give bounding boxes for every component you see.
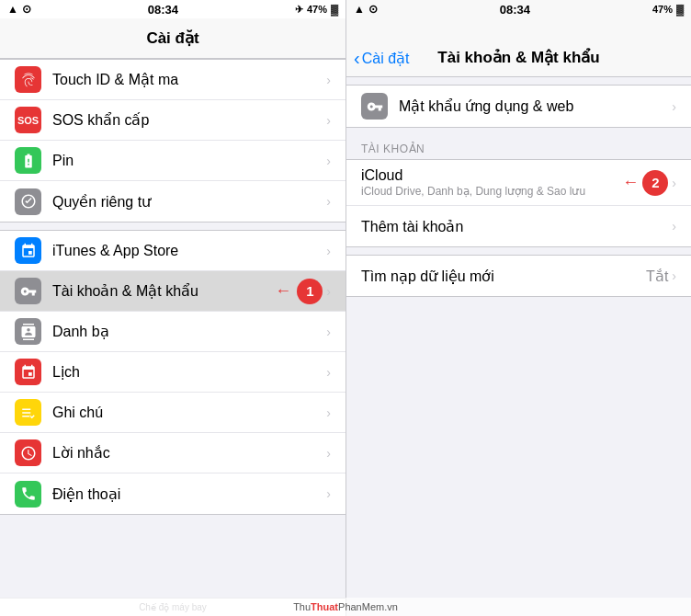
settings-item-phone[interactable]: Điện thoại › (0, 473, 346, 514)
right-icloud-label: iCloud (361, 167, 622, 184)
right-icloud-sublabel: iCloud Drive, Danh bạ, Dung lượng & Sao … (361, 185, 622, 198)
divider-1 (0, 222, 346, 230)
pin-chevron: › (326, 154, 331, 168)
settings-item-calendar[interactable]: Lịch › (0, 352, 346, 393)
right-battery-area: 47% ▓ (652, 4, 684, 15)
watermark: ThuThuatPhanMem.vn (0, 598, 691, 616)
notes-chevron: › (326, 405, 331, 420)
settings-item-itunes[interactable]: iTunes & App Store › (0, 231, 346, 271)
left-panel: ▲ ⊙ 08:34 ✈ 47% ▓ Cài đặt Touch ID & Mật… (0, 0, 346, 616)
touch-id-icon (15, 66, 41, 93)
settings-item-pin[interactable]: Pin › (0, 141, 346, 181)
phone-chevron: › (326, 486, 331, 501)
signal-icon: ▲ (7, 3, 18, 16)
right-password-icon (361, 93, 388, 120)
itunes-icon (15, 237, 41, 264)
left-battery-area: ✈ 47% ▓ (295, 4, 338, 16)
right-wifi-icon: ⊙ (368, 3, 378, 16)
contacts-chevron: › (326, 325, 331, 339)
calendar-label: Lịch (52, 363, 326, 381)
reminders-icon (15, 439, 41, 466)
accounts-icon (15, 278, 41, 304)
right-password-chevron: › (672, 99, 676, 114)
right-add-account-label: Thêm tài khoản (361, 218, 672, 235)
settings-item-notes[interactable]: Ghi chú › (0, 393, 346, 433)
reminders-chevron: › (326, 446, 331, 461)
sos-icon: SOS (15, 107, 41, 133)
settings-group-apps: iTunes & App Store › Tài khoản & Mật khẩ… (0, 230, 346, 515)
left-battery-percent: 47% (307, 4, 327, 15)
privacy-label: Quyền riêng tư (52, 193, 326, 211)
left-nav-title: Cài đặt (146, 29, 198, 48)
right-password-content: Mật khẩu ứng dụng & web (399, 97, 672, 115)
settings-group-security: Touch ID & Mật ma › SOS SOS khẩn cấp › P… (0, 59, 346, 222)
right-add-account-content: Thêm tài khoản (361, 218, 672, 235)
watermark-brand: Thuat (311, 601, 338, 612)
right-fetch-label: Tìm nạp dữ liệu mới (361, 268, 646, 285)
right-icloud-chevron: › (672, 176, 676, 190)
right-password-label: Mật khẩu ứng dụng & web (399, 97, 672, 115)
watermark-text: ThuThuatPhanMem.vn (293, 601, 398, 612)
reminders-label: Lời nhắc (52, 444, 326, 462)
settings-item-reminders[interactable]: Lời nhắc › (0, 433, 346, 473)
right-fetch-chevron: › (672, 268, 676, 283)
itunes-chevron: › (326, 244, 331, 258)
right-section-header: TÀI KHOẢN (346, 135, 691, 159)
back-button[interactable]: ‹ Cài đặt (354, 49, 409, 67)
right-group-accounts: iCloud iCloud Drive, Danh bạ, Dung lượng… (346, 159, 691, 247)
privacy-icon (15, 188, 41, 215)
back-chevron-icon: ‹ (354, 49, 360, 67)
right-time: 08:34 (500, 3, 530, 17)
settings-item-touch-id[interactable]: Touch ID & Mật ma › (0, 60, 346, 100)
contacts-icon (15, 318, 41, 345)
right-item-fetch[interactable]: Tìm nạp dữ liệu mới Tắt › (346, 256, 691, 296)
step-badge-1: 1 (297, 279, 323, 304)
phone-icon (15, 481, 41, 508)
right-icloud-content: iCloud iCloud Drive, Danh bạ, Dung lượng… (361, 167, 622, 198)
step-badge-2: 2 (642, 170, 668, 196)
step2-arrow: ← (622, 173, 639, 192)
calendar-chevron: › (326, 365, 331, 380)
pin-label: Pin (52, 153, 326, 169)
privacy-chevron: › (326, 194, 331, 209)
right-battery-icon: ▓ (676, 4, 684, 15)
wifi-icon: ⊙ (22, 3, 31, 16)
accounts-label: Tài khoản & Mật khẩu (52, 282, 275, 300)
left-status-bar: ▲ ⊙ 08:34 ✈ 47% ▓ (0, 0, 346, 18)
right-signal-icon: ▲ (354, 3, 365, 16)
battery-icon: ▓ (331, 4, 338, 15)
accounts-chevron: › (326, 284, 331, 299)
pin-icon (15, 147, 41, 174)
right-battery-percent: 47% (652, 4, 673, 15)
right-nav-title: Tài khoản & Mật khẩu (437, 48, 599, 67)
left-time: 08:34 (148, 3, 178, 17)
right-status-bar: ▲ ⊙ 08:34 47% ▓ (346, 0, 691, 18)
right-status-icons: ▲ ⊙ (354, 3, 378, 16)
notes-icon (15, 399, 41, 426)
left-nav-bar: Cài đặt (0, 18, 346, 59)
right-item-add-account[interactable]: Thêm tài khoản › (346, 206, 691, 246)
step1-arrow: ← (275, 281, 291, 301)
touch-id-label: Touch ID & Mật ma (52, 71, 326, 88)
left-status-icons: ▲ ⊙ (7, 3, 31, 16)
left-settings-list: Touch ID & Mật ma › SOS SOS khẩn cấp › P… (0, 59, 346, 598)
settings-item-accounts[interactable]: Tài khoản & Mật khẩu ← 1 › (0, 271, 346, 312)
calendar-icon (15, 359, 41, 385)
right-group-password: Mật khẩu ứng dụng & web › (346, 85, 691, 128)
back-label: Cài đặt (362, 50, 410, 67)
right-content: Mật khẩu ứng dụng & web › TÀI KHOẢN iClo… (346, 77, 691, 616)
sos-label: SOS khẩn cấp (52, 111, 326, 129)
settings-item-contacts[interactable]: Danh bạ › (0, 312, 346, 352)
phone-label: Điện thoại (52, 485, 326, 503)
right-item-icloud[interactable]: iCloud iCloud Drive, Danh bạ, Dung lượng… (346, 160, 691, 206)
right-fetch-value: Tắt (646, 268, 668, 285)
right-group-fetch: Tìm nạp dữ liệu mới Tắt › (346, 255, 691, 297)
right-add-account-chevron: › (672, 219, 676, 234)
right-panel: ▲ ⊙ 08:34 47% ▓ ‹ Cài đặt Tài khoản & Mậ… (346, 0, 691, 616)
right-fetch-content: Tìm nạp dữ liệu mới (361, 268, 646, 285)
settings-item-sos[interactable]: SOS SOS khẩn cấp › (0, 100, 346, 141)
sos-chevron: › (326, 113, 331, 128)
right-item-password[interactable]: Mật khẩu ứng dụng & web › (346, 86, 691, 127)
notes-label: Ghi chú (52, 405, 326, 421)
settings-item-privacy[interactable]: Quyền riêng tư › (0, 181, 346, 222)
